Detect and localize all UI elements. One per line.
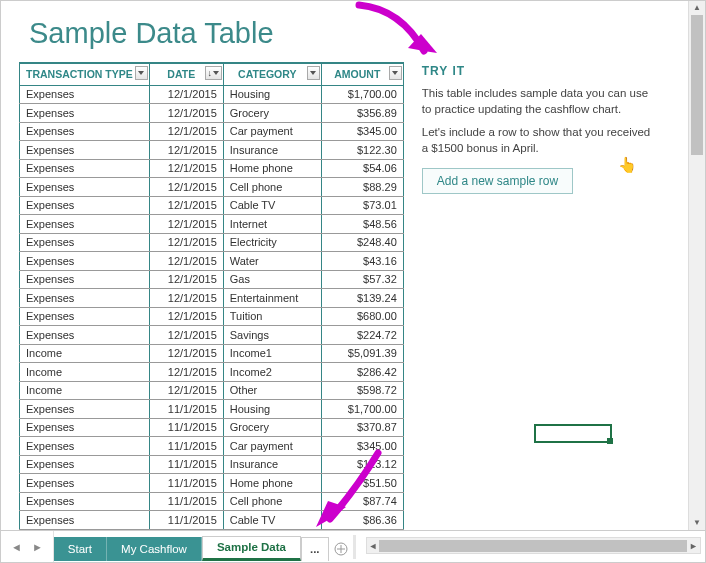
cell-amount[interactable]: $73.01 [321, 196, 403, 215]
scroll-up-arrow-icon[interactable]: ▲ [689, 1, 705, 15]
cell-amount[interactable]: $345.00 [321, 122, 403, 141]
scroll-down-arrow-icon[interactable]: ▼ [689, 516, 705, 530]
tab-next-icon[interactable]: ► [32, 541, 43, 553]
new-sheet-button[interactable] [329, 537, 353, 561]
cell-transaction-type[interactable]: Expenses [20, 122, 150, 141]
cell-amount[interactable]: $87.74 [321, 492, 403, 511]
cell-amount[interactable]: $370.87 [321, 418, 403, 437]
cell-amount[interactable]: $86.36 [321, 511, 403, 530]
filter-dropdown-icon[interactable] [135, 66, 148, 80]
table-row[interactable]: Expenses12/1/2015Water$43.16 [20, 252, 404, 271]
cell-date[interactable]: 12/1/2015 [149, 104, 223, 123]
cell-amount[interactable]: $54.06 [321, 159, 403, 178]
cell-transaction-type[interactable]: Expenses [20, 511, 150, 530]
cell-transaction-type[interactable]: Expenses [20, 418, 150, 437]
cell-date[interactable]: 11/1/2015 [149, 418, 223, 437]
cell-category[interactable]: Grocery [223, 418, 321, 437]
cell-transaction-type[interactable]: Expenses [20, 233, 150, 252]
scroll-thumb[interactable] [691, 15, 703, 155]
cell-category[interactable]: Water [223, 252, 321, 271]
table-row[interactable]: Expenses12/1/2015Cell phone$88.29 [20, 178, 404, 197]
cell-category[interactable]: Car payment [223, 122, 321, 141]
cell-amount[interactable]: $1,700.00 [321, 85, 403, 104]
cell-date[interactable]: 11/1/2015 [149, 437, 223, 456]
table-row[interactable]: Expenses11/1/2015Grocery$370.87 [20, 418, 404, 437]
cell-category[interactable]: Gas [223, 270, 321, 289]
cell-date[interactable]: 11/1/2015 [149, 511, 223, 530]
cell-date[interactable]: 12/1/2015 [149, 233, 223, 252]
cell-category[interactable]: Housing [223, 400, 321, 419]
cell-transaction-type[interactable]: Expenses [20, 178, 150, 197]
tab-start[interactable]: Start [54, 537, 107, 561]
cell-amount[interactable]: $123.12 [321, 455, 403, 474]
cell-date[interactable]: 11/1/2015 [149, 492, 223, 511]
cell-date[interactable]: 12/1/2015 [149, 178, 223, 197]
hscroll-thumb[interactable] [379, 540, 687, 552]
table-row[interactable]: Expenses12/1/2015Gas$57.32 [20, 270, 404, 289]
cell-amount[interactable]: $122.30 [321, 141, 403, 160]
cell-category[interactable]: Internet [223, 215, 321, 234]
cell-date[interactable]: 12/1/2015 [149, 196, 223, 215]
table-row[interactable]: Income12/1/2015Income1$5,091.39 [20, 344, 404, 363]
add-sample-row-button[interactable]: Add a new sample row [422, 168, 573, 194]
table-row[interactable]: Expenses11/1/2015Cable TV$86.36 [20, 511, 404, 530]
cell-category[interactable]: Home phone [223, 474, 321, 493]
table-row[interactable]: Expenses11/1/2015Car payment$345.00 [20, 437, 404, 456]
cell-transaction-type[interactable]: Expenses [20, 455, 150, 474]
cell-transaction-type[interactable]: Expenses [20, 492, 150, 511]
cell-category[interactable]: Savings [223, 326, 321, 345]
cell-transaction-type[interactable]: Income [20, 381, 150, 400]
cell-amount[interactable]: $139.24 [321, 289, 403, 308]
tab-prev-icon[interactable]: ◄ [11, 541, 22, 553]
cell-date[interactable]: 11/1/2015 [149, 474, 223, 493]
cell-amount[interactable]: $5,091.39 [321, 344, 403, 363]
cell-transaction-type[interactable]: Expenses [20, 400, 150, 419]
cell-amount[interactable]: $88.29 [321, 178, 403, 197]
cell-transaction-type[interactable]: Income [20, 344, 150, 363]
cell-amount[interactable]: $57.32 [321, 270, 403, 289]
cell-date[interactable]: 12/1/2015 [149, 307, 223, 326]
cell-amount[interactable]: $248.40 [321, 233, 403, 252]
cell-category[interactable]: Other [223, 381, 321, 400]
cell-amount[interactable]: $598.72 [321, 381, 403, 400]
cell-category[interactable]: Home phone [223, 159, 321, 178]
cell-category[interactable]: Insurance [223, 455, 321, 474]
filter-dropdown-icon[interactable] [307, 66, 320, 80]
tabbar-separator[interactable] [353, 535, 356, 559]
horizontal-scrollbar[interactable]: ◄ ► [366, 537, 701, 554]
scroll-right-arrow-icon[interactable]: ► [689, 541, 698, 551]
table-row[interactable]: Expenses12/1/2015Grocery$356.89 [20, 104, 404, 123]
tab-overflow[interactable]: ... [301, 537, 329, 561]
cell-date[interactable]: 11/1/2015 [149, 455, 223, 474]
col-category[interactable]: CATEGORY [223, 63, 321, 85]
table-row[interactable]: Expenses12/1/2015Cable TV$73.01 [20, 196, 404, 215]
cell-transaction-type[interactable]: Expenses [20, 326, 150, 345]
cell-date[interactable]: 12/1/2015 [149, 363, 223, 382]
tab-sample-data[interactable]: Sample Data [202, 536, 301, 561]
cell-category[interactable]: Car payment [223, 437, 321, 456]
table-row[interactable]: Expenses11/1/2015Cell phone$87.74 [20, 492, 404, 511]
cell-transaction-type[interactable]: Expenses [20, 307, 150, 326]
cell-date[interactable]: 11/1/2015 [149, 400, 223, 419]
cell-date[interactable]: 12/1/2015 [149, 215, 223, 234]
cell-transaction-type[interactable]: Expenses [20, 196, 150, 215]
cell-transaction-type[interactable]: Expenses [20, 215, 150, 234]
cell-transaction-type[interactable]: Expenses [20, 289, 150, 308]
cell-category[interactable]: Cell phone [223, 178, 321, 197]
cell-date[interactable]: 12/1/2015 [149, 122, 223, 141]
cell-transaction-type[interactable]: Expenses [20, 159, 150, 178]
cell-category[interactable]: Entertainment [223, 289, 321, 308]
table-row[interactable]: Expenses12/1/2015Tuition$680.00 [20, 307, 404, 326]
table-row[interactable]: Expenses12/1/2015Car payment$345.00 [20, 122, 404, 141]
cell-amount[interactable]: $680.00 [321, 307, 403, 326]
cell-category[interactable]: Cell phone [223, 492, 321, 511]
selected-cell-outline[interactable] [534, 424, 612, 443]
cell-date[interactable]: 12/1/2015 [149, 252, 223, 271]
table-row[interactable]: Expenses12/1/2015Savings$224.72 [20, 326, 404, 345]
table-row[interactable]: Expenses12/1/2015Electricity$248.40 [20, 233, 404, 252]
cell-amount[interactable]: $224.72 [321, 326, 403, 345]
cell-date[interactable]: 12/1/2015 [149, 289, 223, 308]
cell-amount[interactable]: $1,700.00 [321, 400, 403, 419]
cell-category[interactable]: Grocery [223, 104, 321, 123]
cell-date[interactable]: 12/1/2015 [149, 381, 223, 400]
